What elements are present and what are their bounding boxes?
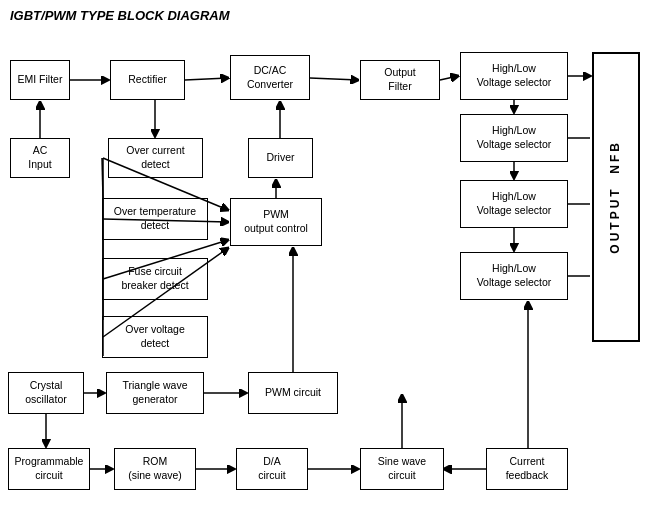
sine-wave-block: Sine wavecircuit <box>360 448 444 490</box>
output-nfb-block: OUTPUT NFB <box>592 52 640 342</box>
driver-block: Driver <box>248 138 313 178</box>
svg-line-3 <box>310 78 358 80</box>
hl-selector4-block: High/LowVoltage selector <box>460 252 568 300</box>
da-circuit-block: D/Acircuit <box>236 448 308 490</box>
hl-selector3-block: High/LowVoltage selector <box>460 180 568 228</box>
output-filter-block: OutputFilter <box>360 60 440 100</box>
diagram-title: IGBT/PWM TYPE BLOCK DIAGRAM <box>10 8 230 23</box>
emi-filter-block: EMI Filter <box>10 60 70 100</box>
diagram-container: IGBT/PWM TYPE BLOCK DIAGRAM EMI Filter R… <box>0 0 660 510</box>
ac-input-block: ACInput <box>10 138 70 178</box>
svg-line-2 <box>185 78 228 80</box>
over-voltage-block: Over voltagedetect <box>102 316 208 358</box>
fuse-circuit-block: Fuse circuitbreaker detect <box>102 258 208 300</box>
svg-line-8 <box>102 158 103 198</box>
pwm-circuit-block: PWM circuit <box>248 372 338 414</box>
programmable-block: Programmablecircuit <box>8 448 90 490</box>
rom-block: ROM(sine wave) <box>114 448 196 490</box>
hl-selector1-block: High/LowVoltage selector <box>460 52 568 100</box>
hl-selector2-block: High/LowVoltage selector <box>460 114 568 162</box>
over-temp-block: Over temperaturedetect <box>102 198 208 240</box>
output-nfb-label: OUTPUT NFB <box>605 140 627 254</box>
rectifier-block: Rectifier <box>110 60 185 100</box>
dc-ac-block: DC/ACConverter <box>230 55 310 100</box>
triangle-wave-block: Triangle wavegenerator <box>106 372 204 414</box>
current-feedback-block: Currentfeedback <box>486 448 568 490</box>
pwm-output-block: PWMoutput control <box>230 198 322 246</box>
over-current-block: Over currentdetect <box>108 138 203 178</box>
svg-line-4 <box>440 76 458 80</box>
crystal-osc-block: Crystaloscillator <box>8 372 84 414</box>
